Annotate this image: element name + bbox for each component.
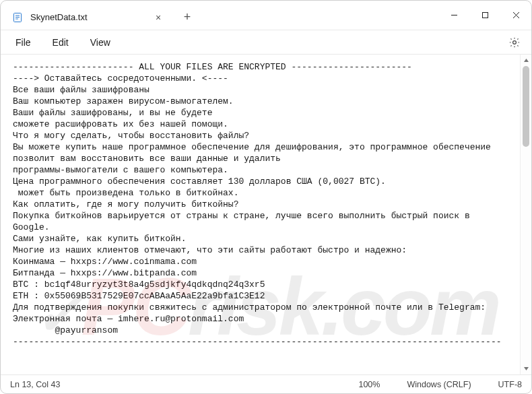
status-position: Ln 13, Col 43 [10, 380, 60, 389]
status-line-ending[interactable]: Windows (CRLF) [407, 380, 471, 389]
tab-strip: SkynetData.txt × + [1, 1, 199, 30]
svg-point-8 [513, 40, 517, 44]
maximize-button[interactable] [469, 1, 500, 30]
status-encoding[interactable]: UTF-8 [498, 380, 522, 389]
menu-edit[interactable]: Edit [44, 34, 77, 51]
text-content[interactable]: ----------------------- ALL YOUR FILES A… [1, 55, 520, 374]
menubar: File Edit View [1, 30, 531, 55]
new-tab-button[interactable]: + [176, 6, 199, 29]
notepad-file-icon [11, 11, 24, 24]
minimize-button[interactable] [438, 1, 469, 30]
status-zoom[interactable]: 100% [358, 380, 380, 389]
svg-marker-9 [524, 59, 529, 62]
editor-area: ----------------------- ALL YOUR FILES A… [1, 55, 531, 374]
window-controls [438, 1, 531, 30]
tab-title: SkynetData.txt [30, 12, 145, 22]
titlebar: SkynetData.txt × + [1, 1, 531, 30]
tab-skynetdata[interactable]: SkynetData.txt × [9, 5, 172, 30]
statusbar: Ln 13, Col 43 100% Windows (CRLF) UTF-8 [1, 374, 531, 393]
gear-icon [508, 36, 521, 48]
menu-file[interactable]: File [7, 34, 39, 51]
notepad-window: SkynetData.txt × + File Edit View [0, 0, 532, 394]
svg-marker-10 [524, 367, 529, 370]
menu-view[interactable]: View [82, 34, 119, 51]
close-window-button[interactable] [500, 1, 531, 30]
settings-button[interactable] [504, 32, 525, 53]
scrollbar-thumb[interactable] [523, 66, 529, 147]
scrollbar-track[interactable] [521, 66, 531, 363]
close-tab-button[interactable]: × [152, 11, 165, 24]
vertical-scrollbar[interactable] [520, 55, 531, 374]
scroll-down-button[interactable] [521, 363, 531, 374]
scroll-up-button[interactable] [521, 55, 531, 66]
svg-rect-5 [482, 13, 488, 18]
